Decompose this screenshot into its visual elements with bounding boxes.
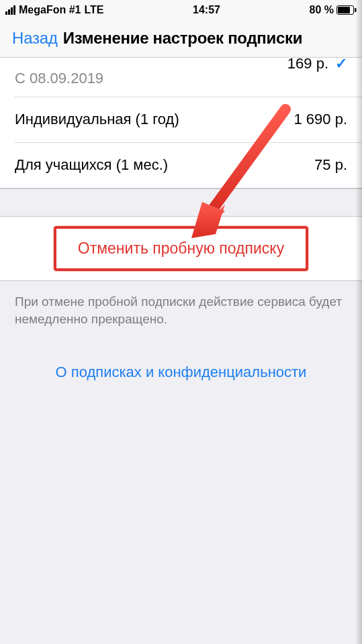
clock-label: 14:57: [104, 4, 310, 16]
plan-label: Индивидуальная (1 год): [15, 111, 293, 128]
battery-icon: [336, 5, 357, 15]
cancel-trial-button[interactable]: Отменить пробную подписку: [78, 239, 284, 258]
plan-label: Для учащихся (1 мес.): [15, 156, 314, 174]
signal-icon: [5, 5, 15, 15]
plan-price: 169 р.: [287, 55, 328, 72]
plan-row-student-month[interactable]: Для учащихся (1 мес.) 75 р.: [0, 142, 362, 188]
page-title: Изменение настроек подписки: [63, 29, 302, 48]
nav-bar: Назад Изменение настроек подписки: [0, 19, 362, 58]
cancel-section: Отменить пробную подписку: [0, 217, 362, 281]
svg-rect-1: [338, 7, 350, 13]
network-label: LTE: [84, 4, 103, 16]
checkmark-icon: ✓: [335, 55, 347, 72]
plan-row-current[interactable]: С 08.09.2019 169 р. ✓: [0, 58, 362, 97]
plan-row-individual-year[interactable]: Индивидуальная (1 год) 1 690 р.: [0, 97, 362, 142]
plans-list: С 08.09.2019 169 р. ✓ Индивидуальная (1 …: [0, 58, 362, 189]
plan-from-date: С 08.09.2019: [15, 70, 287, 87]
section-gap: [0, 189, 362, 217]
privacy-link[interactable]: О подписках и конфиденциальности: [15, 362, 347, 382]
back-button[interactable]: Назад: [5, 29, 58, 48]
status-right: 80 %: [310, 4, 357, 16]
cancel-note: При отмене пробной подписки действие сер…: [15, 293, 347, 327]
svg-rect-2: [355, 8, 357, 12]
plan-price: 75 р.: [314, 156, 347, 174]
battery-pct-label: 80 %: [310, 4, 334, 16]
carrier-label: MegaFon #1: [19, 4, 81, 16]
status-bar: MegaFon #1 LTE 14:57 80 %: [0, 0, 362, 19]
plan-price: 1 690 р.: [293, 111, 347, 128]
status-left: MegaFon #1 LTE: [5, 4, 104, 16]
annotation-highlight-box: Отменить пробную подписку: [54, 226, 308, 271]
footer: При отмене пробной подписки действие сер…: [0, 281, 362, 382]
